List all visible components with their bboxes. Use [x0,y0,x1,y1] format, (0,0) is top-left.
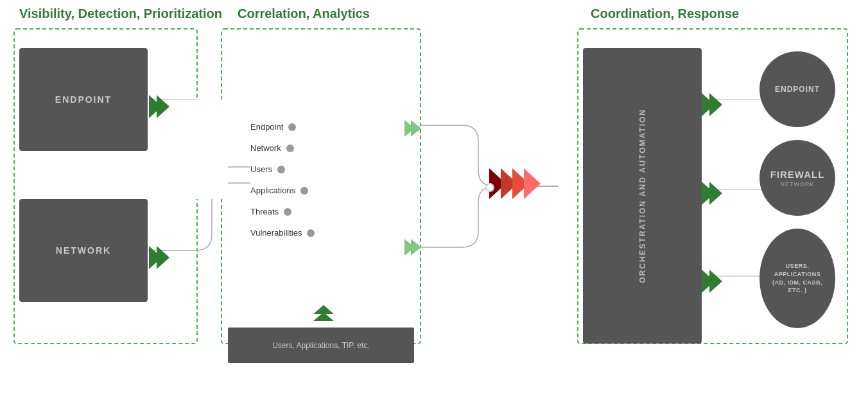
response-endpoint-label: ENDPOINT [775,85,820,94]
network-chevron [149,246,169,269]
corr-applications: Applications [250,186,315,195]
corr-users: Users [250,164,315,174]
corr-endpoint-label: Endpoint [250,122,283,132]
response-users-label: USERS,APPLICATIONS(AD, IDM, CASB,etc. ) [772,262,822,294]
corr-threats: Threats [250,207,315,216]
endpoint-box: ENDPOINT [19,48,148,151]
corr-users-dot [277,166,285,173]
corr-threats-dot [284,208,291,216]
orchestration-box: ORCHESTRATION and AUTOMATION [583,48,702,344]
correlation-heading: Correlation, Analytics [238,6,370,21]
corr-network-dot [286,144,294,152]
corr-network: Network [250,143,315,153]
up-chevrons-group [313,305,334,321]
corr-bottom-chevron [404,239,421,256]
orch-top-chevron [702,93,722,116]
response-users-circle: USERS,APPLICATIONS(AD, IDM, CASB,etc. ) [759,229,835,328]
bottom-info-box: Users, Applications, TIP, etc. [228,328,414,363]
corr-applications-dot [300,187,308,195]
corr-top-chevron [404,120,421,137]
main-red-chevron [489,168,541,199]
orch-mid-chevron [702,182,722,205]
diagram-container: Visibility, Detection, Prioritization Co… [0,0,868,402]
orch-bot-chevron [702,270,722,293]
corr-network-label: Network [250,143,281,153]
response-firewall-title: Firewall [770,169,825,180]
corr-threats-label: Threats [250,207,279,216]
correlation-list: Endpoint Network Users Applications Thre… [250,122,315,238]
corr-endpoint: Endpoint [250,122,315,132]
response-firewall-subtitle: NETWORK [781,181,815,188]
corr-users-label: Users [250,164,272,174]
orchestration-label: ORCHESTRATION and AUTOMATION [638,109,647,283]
visibility-heading: Visibility, Detection, Prioritization [19,6,222,21]
corr-vulnerabilities: Vulnerabilities [250,228,315,238]
response-firewall-circle: Firewall NETWORK [759,140,835,216]
network-box: NETWORK [19,199,148,302]
response-endpoint-circle: ENDPOINT [759,51,835,127]
corr-vulnerabilities-dot [307,229,315,237]
bottom-info-label: Users, Applications, TIP, etc. [272,341,370,350]
up-chev-2 [313,312,334,321]
corr-vulnerabilities-label: Vulnerabilities [250,228,302,238]
corr-endpoint-dot [288,123,296,131]
endpoint-chevron [149,95,169,118]
coordination-heading: Coordination, Response [591,6,739,21]
junction-dot [485,183,494,192]
corr-applications-label: Applications [250,186,295,195]
